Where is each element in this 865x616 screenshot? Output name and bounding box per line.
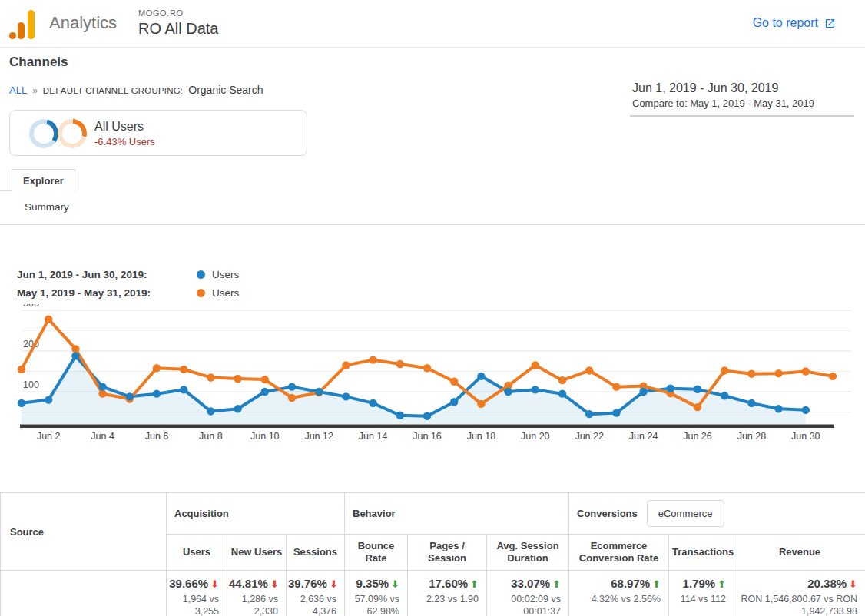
column-header-revenue[interactable]: Revenue — [734, 535, 865, 571]
date-range-selector[interactable]: Jun 1, 2019 - Jun 30, 2019 Compare to: M… — [632, 81, 814, 109]
arrow-down-icon: ⬇ — [330, 578, 338, 590]
compare-series-point[interactable] — [180, 366, 187, 373]
conversions-goal-select[interactable]: eCommerce — [647, 500, 724, 527]
compare-series-point[interactable] — [261, 376, 269, 383]
current-series-point[interactable] — [261, 388, 269, 396]
column-header-avg-session-duration[interactable]: Avg. Session Duration — [487, 535, 569, 571]
current-series-point[interactable] — [45, 396, 52, 403]
current-series-point[interactable] — [180, 386, 187, 393]
current-series-point[interactable] — [477, 373, 485, 380]
current-series-point[interactable] — [288, 383, 296, 390]
google-analytics-logo-icon — [8, 7, 41, 41]
column-header-transactions[interactable]: Transactions — [669, 535, 734, 571]
arrow-down-icon: ⬇ — [210, 578, 219, 590]
current-series-point[interactable] — [71, 352, 79, 359]
compare-series-point[interactable] — [747, 369, 755, 377]
compare-series-point[interactable] — [477, 400, 485, 408]
compare-series-point[interactable] — [694, 403, 701, 411]
current-series-point[interactable] — [207, 407, 214, 415]
compare-series-point[interactable] — [288, 394, 296, 402]
compare-series-point[interactable] — [207, 373, 214, 381]
compare-series-point[interactable] — [532, 361, 539, 369]
users-trend-chart: 100200300Jun 2Jun 4Jun 6Jun 8Jun 10Jun 1… — [0, 304, 865, 445]
x-axis-tick-label: Jun 18 — [467, 431, 496, 442]
current-series-point[interactable] — [423, 412, 431, 420]
current-series-point[interactable] — [153, 389, 161, 397]
column-header-bounce-rate[interactable]: Bounce Rate — [345, 535, 408, 571]
current-series-point[interactable] — [774, 405, 782, 412]
compare-series-point[interactable] — [71, 345, 79, 353]
segment-name: All Users — [94, 120, 144, 134]
current-series-point[interactable] — [450, 398, 458, 406]
compare-series-point[interactable] — [612, 383, 620, 390]
compare-series-point[interactable] — [829, 373, 837, 380]
current-series-point[interactable] — [721, 392, 728, 399]
current-series-point[interactable] — [667, 385, 674, 392]
summary-cell-pages-session: 17.60%⬆2.23 vs 1.90 — [408, 571, 487, 616]
current-series-point[interactable] — [396, 412, 404, 419]
current-series-point[interactable] — [234, 405, 241, 412]
compare-series-point[interactable] — [234, 375, 241, 383]
current-series-point[interactable] — [802, 406, 810, 414]
current-series-point[interactable] — [504, 388, 512, 396]
x-axis-tick-label: Jun 12 — [304, 431, 333, 442]
column-header-new-users[interactable]: New Users — [227, 535, 287, 571]
y-axis-tick-label: 300 — [23, 304, 39, 309]
page-title: Channels — [9, 55, 68, 70]
current-series-point[interactable] — [532, 386, 539, 393]
users-trend-chart-svg: 100200300Jun 2Jun 4Jun 6Jun 8Jun 10Jun 1… — [0, 304, 865, 445]
segment-card-all-users[interactable]: All Users -6.43% Users — [9, 110, 307, 156]
column-header-pages-session[interactable]: Pages / Session — [408, 535, 487, 571]
current-series-point[interactable] — [18, 399, 25, 407]
current-series-point[interactable] — [639, 388, 647, 396]
arrow-down-icon: ⬇ — [391, 578, 399, 590]
column-header-users[interactable]: Users — [167, 535, 227, 571]
analytics-report-page: Analytics MOGO.RO RO All Data Go to repo… — [0, 0, 865, 616]
current-series-point[interactable] — [747, 399, 755, 407]
compare-series-point[interactable] — [342, 361, 350, 369]
compare-series-point[interactable] — [396, 360, 404, 368]
summary-row-source-cell — [1, 571, 167, 616]
current-series-point[interactable] — [558, 389, 566, 397]
legend-row-compare: May 1, 2019 - May 31, 2019: Users — [17, 286, 239, 299]
current-series-point[interactable] — [315, 388, 323, 396]
current-series-point[interactable] — [585, 410, 593, 418]
go-to-report-label: Go to report — [753, 16, 818, 30]
compare-series-point[interactable] — [558, 376, 566, 384]
current-series-point[interactable] — [612, 409, 620, 416]
summary-pct-ecommerce-conversion-rate: 68.97% — [611, 577, 650, 590]
current-series-point[interactable] — [694, 386, 701, 393]
compare-series-point[interactable] — [774, 369, 782, 377]
column-header-ecommerce-conversion-rate[interactable]: Ecommerce Conversion Rate — [569, 535, 669, 571]
compare-series-point[interactable] — [585, 366, 593, 374]
summary-cell-avg-session-duration: 33.07%⬆00:02:09 vs 00:01:37 — [487, 571, 569, 616]
breadcrumb-all-link[interactable]: ALL — [9, 84, 27, 96]
compare-series-point[interactable] — [423, 364, 431, 372]
current-series-point[interactable] — [98, 383, 106, 390]
legend-dot-current-icon — [197, 270, 205, 279]
summary-pct-avg-session-duration: 33.07% — [511, 577, 550, 590]
summary-comparison-sessions: 2,636 vs 4,376 — [288, 593, 336, 616]
compare-series-point[interactable] — [802, 367, 810, 375]
compare-series-point[interactable] — [721, 366, 728, 374]
go-to-report-link[interactable]: Go to report — [753, 16, 836, 30]
account-name: MOGO.RO — [138, 8, 184, 18]
tab-explorer[interactable]: Explorer — [12, 169, 75, 191]
compare-series-point[interactable] — [18, 366, 25, 373]
current-series-point[interactable] — [369, 399, 376, 407]
compare-series-point[interactable] — [98, 389, 106, 397]
current-series-point[interactable] — [342, 392, 350, 400]
legend-series-compare: Users — [212, 287, 239, 299]
subtab-summary[interactable]: Summary — [25, 201, 69, 213]
compare-series-point[interactable] — [153, 364, 161, 372]
compare-series-point[interactable] — [450, 378, 458, 386]
summary-comparison-ecommerce-conversion-rate: 4.32% vs 2.56% — [571, 593, 661, 605]
column-header-sessions[interactable]: Sessions — [287, 535, 345, 571]
open-in-new-icon — [824, 18, 836, 29]
compare-series-point[interactable] — [369, 356, 376, 363]
column-header-source[interactable]: Source — [1, 493, 167, 571]
compare-series-point[interactable] — [45, 315, 52, 323]
metrics-table: Source Acquisition Behavior Conversions … — [0, 492, 865, 616]
current-series-point[interactable] — [126, 392, 134, 400]
product-name: Analytics — [49, 13, 117, 33]
